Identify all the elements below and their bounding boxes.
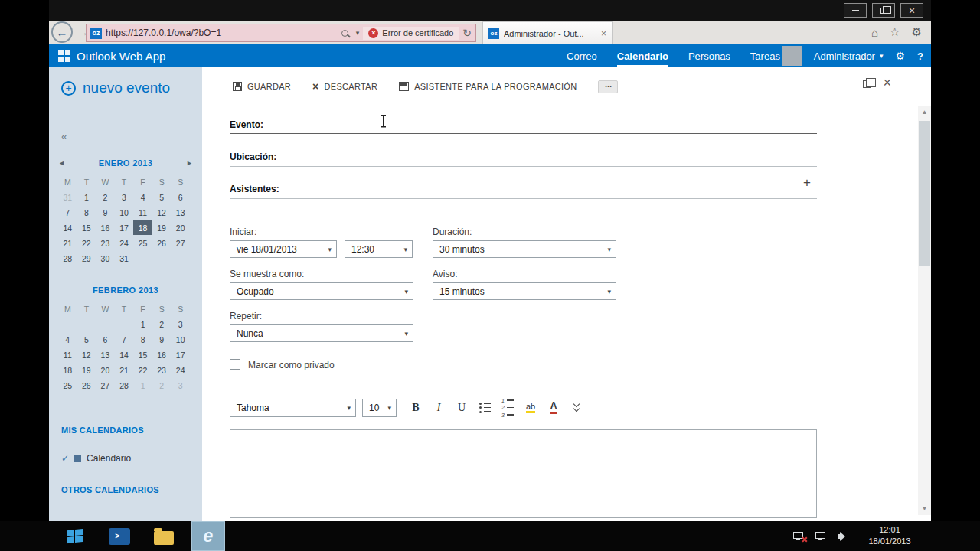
bold-button[interactable]: B <box>406 399 426 417</box>
calendar-day[interactable]: 3 <box>115 190 134 204</box>
help-icon[interactable]: ? <box>917 51 923 62</box>
bullet-list-button[interactable] <box>475 399 495 417</box>
private-checkbox[interactable] <box>230 359 240 370</box>
calendar-day[interactable]: 3 <box>171 317 190 331</box>
powershell-app-button[interactable]: >_ <box>103 521 136 551</box>
calendar-day[interactable]: 18 <box>58 363 77 377</box>
calendar-day[interactable]: 7 <box>58 205 77 220</box>
new-event-button[interactable]: + nuevo evento <box>61 80 170 96</box>
calendar-day[interactable]: 28 <box>115 378 134 393</box>
calendar-day[interactable]: 2 <box>152 317 172 331</box>
numbered-list-button[interactable] <box>498 399 518 417</box>
calendar-day[interactable]: 15 <box>77 220 96 235</box>
certificate-error-button[interactable]: × Error de certificado <box>363 27 459 40</box>
calendar-day[interactable]: 22 <box>77 236 96 250</box>
url-text[interactable]: https://127.0.0.1/owa/?bO=1 <box>106 28 221 38</box>
calendar-day[interactable]: 29 <box>77 251 96 266</box>
calendar-day[interactable]: 25 <box>58 378 77 393</box>
tab-close-icon[interactable]: × <box>601 28 606 39</box>
search-icon[interactable] <box>341 30 348 37</box>
calendar-day[interactable]: 25 <box>133 236 152 250</box>
calendar-day[interactable]: 11 <box>58 347 77 362</box>
underline-button[interactable]: U <box>452 399 472 417</box>
address-dropdown-icon[interactable]: ▾ <box>356 29 360 37</box>
nav-personas[interactable]: Personas <box>688 44 730 67</box>
scroll-down-icon[interactable]: ▼ <box>918 502 931 515</box>
start-time-select[interactable]: 12:30 ▾ <box>345 240 413 258</box>
taskbar-clock[interactable]: 12:01 18/01/2013 <box>859 524 920 547</box>
calendar-day[interactable]: 19 <box>152 220 172 235</box>
my-calendars-heading[interactable]: MIS CALENDARIOS <box>61 425 144 435</box>
calendar-day[interactable]: 31 <box>115 251 134 266</box>
calendar-day[interactable]: 26 <box>77 378 96 393</box>
calendar-day[interactable]: 1 <box>133 317 152 331</box>
prev-month-icon[interactable]: ◄ <box>58 159 65 167</box>
calendar-day[interactable]: 17 <box>115 220 134 235</box>
calendar-day[interactable]: 1 <box>77 190 96 204</box>
tools-gear-icon[interactable]: ⚙ <box>912 25 922 39</box>
calendar-list-item[interactable]: ✓ Calendario <box>61 453 131 464</box>
scrollbar-thumb[interactable] <box>919 121 930 266</box>
minimize-button[interactable] <box>844 3 867 18</box>
attendees-input[interactable] <box>230 198 817 199</box>
add-attendee-icon[interactable]: + <box>803 175 811 191</box>
more-formatting-button[interactable] <box>567 399 586 417</box>
nav-correo[interactable]: Correo <box>567 44 597 67</box>
calendar-day[interactable]: 12 <box>152 205 172 220</box>
calendar-day[interactable]: 10 <box>171 332 190 347</box>
calendar-day[interactable]: 31 <box>58 190 77 204</box>
server-status-icon[interactable] <box>815 531 828 542</box>
calendar-day[interactable]: 24 <box>115 236 134 250</box>
font-family-select[interactable]: Tahoma ▾ <box>230 399 356 417</box>
calendar-day[interactable]: 9 <box>96 205 115 220</box>
highlight-button[interactable]: ab <box>521 399 541 417</box>
start-button[interactable] <box>58 521 92 551</box>
calendar-day[interactable]: 10 <box>115 205 134 220</box>
calendar-day[interactable]: 26 <box>152 236 172 250</box>
calendar-day[interactable]: 6 <box>171 190 190 204</box>
font-color-button[interactable]: A <box>544 399 564 417</box>
volume-icon[interactable] <box>838 531 850 542</box>
scheduling-assistant-button[interactable]: ASISTENTE PARA LA PROGRAMACIÓN <box>399 82 577 91</box>
calendar-day[interactable]: 4 <box>58 332 77 347</box>
repeat-select[interactable]: Nunca ▾ <box>230 324 413 342</box>
calendar-day[interactable]: 1 <box>133 378 152 393</box>
font-size-select[interactable]: 10 ▾ <box>362 399 397 417</box>
browser-tab[interactable]: oz Administrador - Out... × <box>482 21 612 44</box>
calendar-day[interactable]: 22 <box>133 363 152 377</box>
duration-select[interactable]: 30 minutos ▾ <box>433 240 616 258</box>
calendar-day[interactable]: 8 <box>133 332 152 347</box>
calendar-day[interactable]: 16 <box>152 347 172 362</box>
next-month-icon[interactable]: ► <box>186 159 193 167</box>
show-as-select[interactable]: Ocupado ▾ <box>230 282 413 300</box>
home-icon[interactable]: ⌂ <box>871 26 878 39</box>
vertical-scrollbar[interactable]: ▲ ▼ <box>918 106 931 515</box>
calendar-day[interactable]: 30 <box>96 251 115 266</box>
window-titlebar[interactable]: × <box>49 0 931 21</box>
close-window-button[interactable]: × <box>900 3 923 18</box>
calendar-day[interactable]: 23 <box>152 363 172 377</box>
start-date-select[interactable]: vie 18/01/2013 ▾ <box>230 240 337 258</box>
calendar-day[interactable]: 19 <box>77 363 96 377</box>
address-bar[interactable]: oz https://127.0.0.1/owa/?bO=1 ▾ × Error… <box>86 24 476 42</box>
other-calendars-heading[interactable]: OTROS CALENDARIOS <box>61 485 159 494</box>
location-input[interactable] <box>230 166 817 167</box>
calendar-day[interactable]: 24 <box>171 363 190 377</box>
calendar-day[interactable]: 16 <box>96 220 115 235</box>
avatar[interactable] <box>782 46 802 66</box>
calendar-day[interactable]: 15 <box>133 347 152 362</box>
calendar-day[interactable]: 9 <box>152 332 172 347</box>
event-input[interactable] <box>230 133 817 134</box>
italic-button[interactable]: I <box>429 399 449 417</box>
calendar-day[interactable]: 23 <box>96 236 115 250</box>
calendar-day[interactable]: 28 <box>58 251 77 266</box>
calendar-day[interactable]: 6 <box>96 332 115 347</box>
close-form-icon[interactable]: × <box>883 75 891 91</box>
popout-icon[interactable] <box>863 80 871 88</box>
calendar-day[interactable]: 20 <box>171 220 190 235</box>
reminder-select[interactable]: 15 minutos ▾ <box>433 282 616 300</box>
nav-tareas[interactable]: Tareas <box>750 44 780 67</box>
calendar-day-selected[interactable]: 18 <box>133 220 152 235</box>
calendar-day[interactable]: 20 <box>96 363 115 377</box>
calendar-day[interactable]: 27 <box>96 378 115 393</box>
